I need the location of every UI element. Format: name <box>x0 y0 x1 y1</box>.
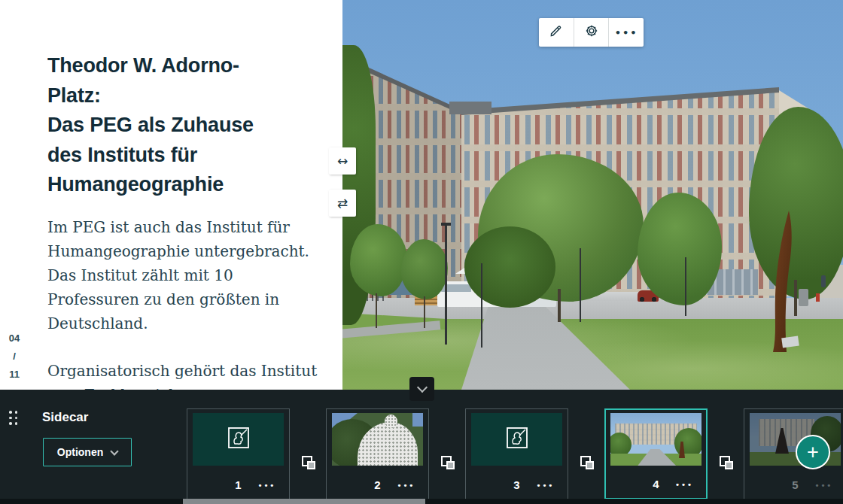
photo-lamppost <box>445 223 447 345</box>
collapse-dock-button[interactable] <box>409 377 434 401</box>
duplicate-slide-button[interactable] <box>579 454 595 471</box>
storymaps-editor: 04 / 11 Theodor W. Adorno- Platz: Das PE… <box>0 0 843 504</box>
region-outline-icon <box>224 423 254 456</box>
slide-card-4-active[interactable]: 4 ••• <box>604 408 708 499</box>
slide-separator: / <box>5 348 24 366</box>
photo-lamppost <box>580 248 581 322</box>
edit-media-button[interactable] <box>539 18 574 47</box>
chevron-down-icon <box>416 382 427 393</box>
photo-tree <box>638 193 722 305</box>
photo-tree-trunk <box>558 289 561 322</box>
slide-menu-button[interactable]: ••• <box>257 481 275 490</box>
narrative-panel: 04 / 11 Theodor W. Adorno- Platz: Das PE… <box>0 0 342 390</box>
gear-icon <box>583 23 600 42</box>
map-thumbnail <box>193 413 284 466</box>
thumb-sky <box>412 413 423 427</box>
slide-menu-button[interactable]: ••• <box>536 481 554 490</box>
overlapping-squares-icon <box>440 454 456 471</box>
chevron-down-icon <box>111 447 119 455</box>
photo-tree <box>350 224 407 296</box>
drag-handle-icon[interactable] <box>9 411 18 425</box>
layout-swap-button[interactable]: ⇄ <box>329 190 356 217</box>
slide-current: 04 <box>5 329 24 348</box>
slide-position-indicator: 04 / 11 <box>5 329 24 384</box>
horizontal-arrows-icon: ↔ <box>337 153 348 169</box>
add-slide-button[interactable]: + <box>796 435 830 469</box>
media-toolbar: ••• <box>539 18 644 47</box>
photo-tree-trunk <box>376 293 377 328</box>
options-button-label: Optionen <box>57 446 103 458</box>
media-settings-button[interactable] <box>574 18 609 47</box>
ellipsis-icon: ••• <box>615 27 638 38</box>
swap-arrows-icon: ⇄ <box>337 196 348 211</box>
options-button[interactable]: Optionen <box>43 438 132 466</box>
photo-sculpture <box>768 209 805 357</box>
duplicate-slide-button[interactable] <box>440 454 456 471</box>
slides-scrollbar-thumb[interactable] <box>183 499 425 504</box>
slide-menu-button[interactable]: ••• <box>397 481 415 490</box>
panel-resize-button[interactable]: ↔ <box>329 147 356 175</box>
photo-person <box>821 275 826 287</box>
sidecar-dock: Sidecar Optionen 1 ••• <box>0 390 843 504</box>
photo-tree <box>401 239 448 299</box>
duplicate-slide-button[interactable] <box>718 454 735 471</box>
slide-card-1[interactable]: 1 ••• <box>187 408 290 499</box>
building-photo-thumbnail <box>610 413 701 466</box>
photo-hydrant <box>816 293 820 302</box>
story-title[interactable]: Theodor W. Adorno- Platz: Das PEG als Zu… <box>47 51 311 200</box>
photo-roof-structure <box>449 102 491 114</box>
photo-tree-trunk <box>424 296 425 328</box>
pencil-icon <box>548 23 564 42</box>
sidecar-media-image[interactable] <box>342 0 843 390</box>
map-thumbnail <box>471 413 562 466</box>
slide-menu-button[interactable]: ••• <box>814 481 832 490</box>
overlapping-squares-icon <box>718 454 735 471</box>
slide-card-2[interactable]: 2 ••• <box>326 408 429 499</box>
overlapping-squares-icon <box>579 454 595 471</box>
plus-icon: + <box>807 442 819 463</box>
duplicate-slide-button[interactable] <box>300 454 317 471</box>
overlapping-squares-icon <box>300 454 317 471</box>
slide-total: 11 <box>5 366 24 384</box>
block-type-label: Sidecar <box>42 410 88 425</box>
media-more-button[interactable]: ••• <box>608 18 644 47</box>
photo-lamppost <box>685 257 686 316</box>
slides-scrollbar-track[interactable] <box>0 499 843 504</box>
story-paragraph[interactable]: Im PEG ist auch das Institut für Humange… <box>47 215 318 335</box>
story-paragraph[interactable]: Organisatorisch gehört das Institut zum … <box>47 359 318 390</box>
region-outline-icon <box>502 423 532 456</box>
sculpture-photo-thumbnail <box>332 413 423 466</box>
photo-lamppost <box>481 263 482 348</box>
slide-card-3[interactable]: 3 ••• <box>465 408 568 499</box>
photo-tree <box>478 154 644 302</box>
slide-menu-button[interactable]: ••• <box>675 480 693 490</box>
